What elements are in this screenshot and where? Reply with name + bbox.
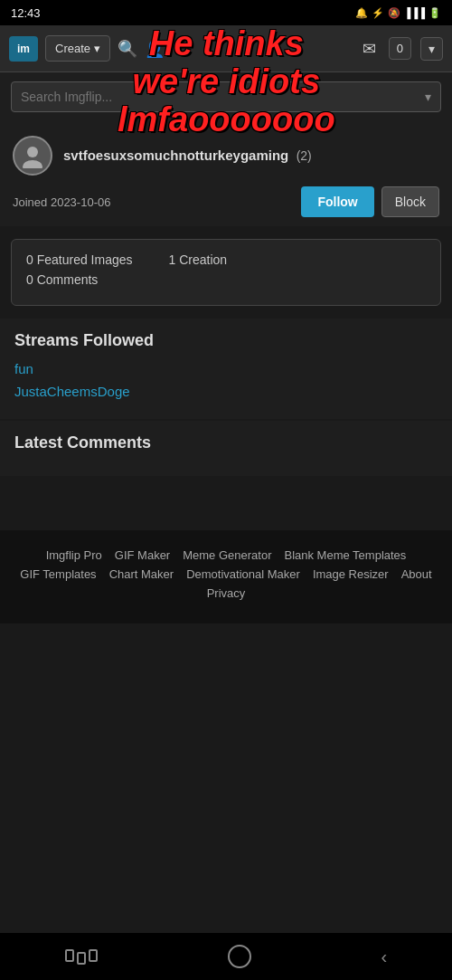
footer-link-image-resizer[interactable]: Image Resizer bbox=[313, 567, 389, 581]
footer-link-blank-meme-templates[interactable]: Blank Meme Templates bbox=[284, 548, 406, 562]
bluetooth-icon: ⚡ bbox=[372, 7, 384, 19]
search-chevron-icon[interactable]: ▾ bbox=[425, 90, 431, 104]
search-icon[interactable]: 🔍 bbox=[118, 39, 137, 59]
svg-point-1 bbox=[23, 160, 42, 168]
nav-dropdown-button[interactable]: ▾ bbox=[420, 37, 443, 61]
nav-recent-apps[interactable] bbox=[65, 949, 98, 965]
profile-header: svtfoesuxsomuchnotturkeygaming (2) bbox=[13, 136, 439, 176]
signal-icon: ▐▐▐ bbox=[404, 7, 425, 18]
search-user-icons: 🔍 👤 bbox=[118, 39, 165, 59]
stats-row-2: 0 Comments bbox=[26, 272, 426, 287]
alarm-icon: 🔔 bbox=[355, 7, 368, 19]
battery-icon: 🔋 bbox=[428, 7, 441, 19]
mute-icon: 🔕 bbox=[388, 7, 400, 19]
comments-stat: 0 Comments bbox=[26, 272, 98, 287]
footer: Imgflip Pro GIF Maker Meme Generator Bla… bbox=[0, 530, 452, 623]
join-date: Joined 2023-10-06 bbox=[13, 195, 110, 209]
username: svtfoesuxsomuchnotturkeygaming bbox=[63, 147, 288, 163]
create-button[interactable]: Create ▾ bbox=[45, 35, 110, 62]
avatar bbox=[13, 136, 52, 176]
footer-link-imgflip-pro[interactable]: Imgflip Pro bbox=[46, 548, 102, 562]
user-count: (2) bbox=[297, 148, 312, 163]
time: 12:43 bbox=[11, 6, 41, 20]
stats-card: 0 Featured Images 1 Creation 0 Comments bbox=[11, 239, 441, 306]
status-bar: 12:43 🔔 ⚡ 🔕 ▐▐▐ 🔋 bbox=[0, 0, 452, 25]
creations-stat: 1 Creation bbox=[169, 252, 228, 267]
stats-row-1: 0 Featured Images 1 Creation bbox=[26, 252, 426, 267]
stream-link-justacheemsdoge[interactable]: JustaCheemsDoge bbox=[14, 384, 438, 399]
footer-link-chart-maker[interactable]: Chart Maker bbox=[109, 567, 174, 581]
profile-section: svtfoesuxsomuchnotturkeygaming (2) Joine… bbox=[0, 121, 452, 226]
latest-comments-section: Latest Comments bbox=[0, 421, 452, 476]
logo[interactable]: im bbox=[9, 36, 38, 62]
mail-icon[interactable]: ✉ bbox=[359, 37, 380, 61]
footer-links: Imgflip Pro GIF Maker Meme Generator Bla… bbox=[14, 548, 438, 600]
status-icons: 🔔 ⚡ 🔕 ▐▐▐ 🔋 bbox=[355, 7, 441, 19]
footer-link-gif-templates[interactable]: GIF Templates bbox=[20, 567, 96, 581]
svg-point-0 bbox=[27, 147, 38, 157]
streams-followed-section: Streams Followed fun JustaCheemsDoge bbox=[0, 319, 452, 419]
search-input-wrap: ▾ bbox=[11, 81, 441, 112]
create-label: Create bbox=[55, 42, 90, 55]
chevron-down-icon: ▾ bbox=[94, 42, 100, 55]
footer-link-privacy[interactable]: Privacy bbox=[207, 586, 246, 600]
search-bar-section: ▾ bbox=[0, 72, 452, 121]
nav-icons: ✉ 0 ▾ bbox=[359, 37, 443, 61]
navbar: im Create ▾ 🔍 👤 ✉ 0 ▾ bbox=[0, 25, 452, 72]
action-buttons: Follow Block bbox=[301, 186, 439, 217]
footer-link-about[interactable]: About bbox=[401, 567, 432, 581]
footer-link-meme-generator[interactable]: Meme Generator bbox=[183, 548, 271, 562]
logo-icon: im bbox=[9, 36, 38, 62]
featured-images-stat: 0 Featured Images bbox=[26, 252, 133, 267]
nav-home[interactable] bbox=[228, 945, 251, 968]
user-icon[interactable]: 👤 bbox=[145, 39, 165, 59]
profile-actions: Joined 2023-10-06 Follow Block bbox=[13, 186, 439, 217]
username-wrap: svtfoesuxsomuchnotturkeygaming (2) bbox=[63, 147, 312, 164]
footer-link-demotivational-maker[interactable]: Demotivational Maker bbox=[186, 567, 300, 581]
search-input[interactable] bbox=[21, 90, 425, 104]
bottom-nav: ‹ bbox=[0, 933, 452, 980]
stream-link-fun[interactable]: fun bbox=[14, 361, 438, 376]
nav-back[interactable]: ‹ bbox=[381, 947, 387, 967]
latest-comments-title: Latest Comments bbox=[14, 433, 438, 452]
notification-badge[interactable]: 0 bbox=[389, 37, 411, 60]
follow-button[interactable]: Follow bbox=[301, 186, 373, 217]
streams-followed-title: Streams Followed bbox=[14, 331, 438, 350]
footer-link-gif-maker[interactable]: GIF Maker bbox=[115, 548, 170, 562]
block-button[interactable]: Block bbox=[381, 186, 439, 217]
